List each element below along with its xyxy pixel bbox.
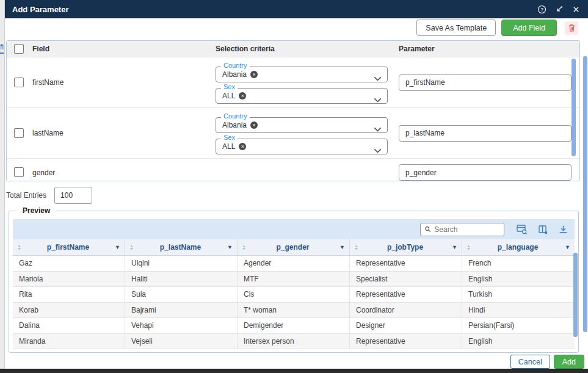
cell: Persian(Farsi) — [462, 318, 575, 333]
field-column-header: Field — [32, 45, 216, 53]
criteria-select-sex[interactable]: Sex ALL× — [216, 88, 388, 104]
cell: Coordinator — [350, 303, 462, 318]
column-header-p-language[interactable]: ▲▼p_language▼ — [462, 239, 575, 255]
criteria-select-sex[interactable]: Sex ALL× — [216, 139, 388, 154]
grid-search-box[interactable] — [420, 223, 504, 236]
sort-icon[interactable]: ▲▼ — [17, 244, 21, 251]
row-checkbox[interactable] — [14, 128, 24, 138]
chevron-down-icon — [374, 145, 382, 156]
chevron-down-icon — [374, 73, 382, 84]
criteria-value: Albania — [222, 70, 247, 79]
cell: Designer — [350, 318, 462, 333]
export-download-icon[interactable] — [557, 223, 569, 235]
column-header-p-jobtype[interactable]: ▲▼p_jobType▼ — [350, 239, 462, 255]
parameter-column-header: Parameter — [399, 45, 579, 53]
filter-caret-icon[interactable]: ▼ — [339, 244, 345, 250]
cell: Bajrami — [125, 303, 238, 318]
cell: Demigender — [238, 318, 350, 333]
sort-icon[interactable]: ▲▼ — [242, 244, 246, 251]
table-row: Korab Bajrami T* woman Coordinator Hindi — [13, 303, 575, 319]
field-row-lastname: lastName Country Albania× Sex ALL× — [7, 108, 579, 159]
add-field-button[interactable]: Add Field — [501, 20, 557, 36]
cell: Representative — [350, 334, 462, 349]
row-checkbox[interactable] — [14, 167, 24, 177]
total-entries-label: Total Entries — [6, 191, 46, 200]
criteria-label: Country — [221, 62, 250, 69]
column-header-p-lastname[interactable]: ▲▼p_lastName▼ — [125, 239, 238, 255]
criteria-select-country[interactable]: Country Albania× — [216, 117, 388, 133]
dialog-scrollbar[interactable] — [583, 56, 587, 332]
tag-remove-icon[interactable]: × — [239, 143, 246, 150]
criteria-select-country[interactable]: Country Albania× — [216, 67, 388, 82]
criteria-label: Sex — [221, 134, 238, 141]
column-chooser-icon[interactable] — [537, 223, 548, 235]
total-entries-input[interactable] — [54, 187, 92, 204]
fields-table: Field Selection criteria Parameter first… — [6, 40, 580, 181]
cell: Mariola — [13, 272, 125, 287]
search-icon — [424, 225, 431, 233]
criteria-value: ALL — [222, 92, 235, 100]
column-header-p-gender[interactable]: ▲▼p_gender▼ — [238, 239, 350, 255]
parameter-input[interactable] — [399, 74, 572, 91]
tag-remove-icon[interactable]: × — [250, 121, 258, 129]
cell: Hindi — [462, 303, 575, 318]
select-all-checkbox[interactable] — [14, 44, 24, 54]
cell: Rita — [13, 287, 125, 302]
cell: Dalina — [13, 318, 125, 333]
cell: Intersex person — [238, 334, 350, 349]
save-as-template-button[interactable]: Save As Template — [416, 20, 496, 36]
sort-icon[interactable]: ▲▼ — [354, 244, 358, 251]
cell: T* woman — [238, 303, 350, 318]
fields-table-scrollbar[interactable] — [572, 59, 576, 156]
filter-caret-icon[interactable]: ▼ — [565, 244, 570, 250]
cell: Cis — [238, 287, 350, 302]
filter-caret-icon[interactable]: ▼ — [227, 244, 233, 250]
criteria-value: Albania — [222, 121, 247, 129]
sort-icon[interactable]: ▲▼ — [466, 244, 471, 251]
cell: Korab — [13, 303, 125, 318]
trash-icon — [567, 23, 576, 32]
preview-section: Preview — [9, 206, 579, 353]
screen: fi Add Parameter ? Save As Template Add … — [0, 0, 588, 373]
cancel-button[interactable]: Cancel — [510, 355, 550, 369]
column-header-p-firstname[interactable]: ▲▼p_firstName▼ — [13, 239, 125, 255]
parameter-input[interactable] — [399, 164, 572, 181]
tag-remove-icon[interactable]: × — [250, 71, 258, 78]
selection-criteria-column-header: Selection criteria — [216, 45, 399, 53]
search-panel-icon[interactable] — [516, 223, 528, 235]
chevron-down-icon — [374, 94, 382, 105]
help-icon[interactable]: ? — [537, 5, 546, 14]
cell: Vejseli — [125, 334, 238, 349]
field-name: firstName — [32, 78, 216, 87]
grid-search-input[interactable] — [434, 225, 500, 234]
cell: Ulqini — [125, 256, 238, 271]
tag-remove-icon[interactable]: × — [239, 92, 246, 100]
row-checkbox[interactable] — [14, 78, 24, 87]
cell: Haliti — [125, 272, 238, 287]
background-page-strip — [0, 0, 5, 373]
preview-grid-toolbar — [13, 219, 575, 239]
chevron-down-icon — [374, 123, 382, 134]
cell: Representative — [350, 256, 462, 271]
preview-grid-scrollbar[interactable] — [573, 253, 578, 337]
add-parameter-dialog: Add Parameter ? Save As Template Add Fie… — [5, 0, 588, 369]
cell: Turkish — [462, 287, 575, 302]
cell: Miranda — [13, 334, 125, 349]
restore-icon[interactable] — [554, 5, 564, 14]
table-row: Rita Sula Cis Representative Turkish — [13, 287, 575, 303]
table-row: Dalina Vehapi Demigender Designer Persia… — [13, 318, 575, 334]
sort-icon[interactable]: ▲▼ — [129, 244, 134, 251]
dialog-title: Add Parameter — [12, 5, 537, 14]
svg-text:?: ? — [540, 6, 543, 12]
field-name: gender — [32, 168, 216, 177]
filter-caret-icon[interactable]: ▼ — [115, 244, 120, 250]
criteria-label: Sex — [221, 84, 238, 90]
criteria-value: ALL — [222, 142, 235, 151]
close-icon[interactable] — [572, 5, 581, 14]
filter-caret-icon[interactable]: ▼ — [452, 244, 457, 250]
delete-fields-button[interactable] — [565, 21, 578, 35]
parameter-input[interactable] — [399, 125, 572, 142]
fields-table-header: Field Selection criteria Parameter — [7, 41, 579, 57]
field-row-firstname: firstName Country Albania× Sex ALL× — [7, 57, 579, 108]
add-button[interactable]: Add — [554, 355, 584, 369]
